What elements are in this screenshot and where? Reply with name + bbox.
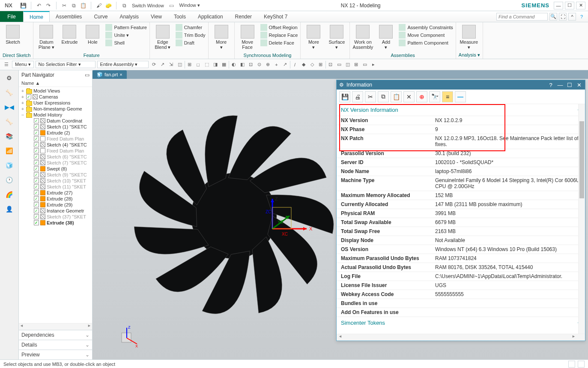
menu-tab-keyshot-7[interactable]: KeyShot 7 xyxy=(258,11,293,22)
checkbox-icon[interactable]: ✓ xyxy=(34,208,39,213)
ribbon-trim-body[interactable]: Trim Body xyxy=(176,32,206,39)
filter-icon-20[interactable]: ⊡ xyxy=(327,61,334,69)
filter-icon-7[interactable]: ◨ xyxy=(212,61,219,69)
info-maximize-icon[interactable]: ☐ xyxy=(566,82,573,88)
info-wrap-icon[interactable]: ≡ xyxy=(442,91,453,102)
history-icon[interactable]: 🕐 xyxy=(4,175,15,185)
part-nav-icon[interactable]: 🦴 xyxy=(4,87,15,98)
checkbox-icon[interactable]: ✓ xyxy=(34,184,39,189)
accordion-preview[interactable]: Preview⌄ xyxy=(19,350,92,359)
checkbox-icon[interactable]: ✓ xyxy=(34,214,39,219)
filter-icon-13[interactable]: ⊕ xyxy=(264,61,272,69)
window-menu-icon[interactable]: ▭ xyxy=(168,2,175,9)
ribbon-shell[interactable]: Shell xyxy=(105,39,146,46)
window-menu-label[interactable]: Window ▾ xyxy=(178,3,202,8)
info-save-icon[interactable]: 💾 xyxy=(339,91,350,102)
menu-tab-tools[interactable]: Tools xyxy=(168,11,192,22)
checkbox-icon[interactable]: ✓ xyxy=(34,154,39,159)
ribbon-sketch[interactable]: Sketch xyxy=(3,23,23,45)
filter-icon-24[interactable]: ▭ xyxy=(361,61,369,69)
ribbon-assembly-constraints[interactable]: Assembly Constraints xyxy=(399,24,453,31)
tree-node[interactable]: ✓Sketch (4) "SKETC xyxy=(19,142,92,148)
filter-icon-16[interactable]: / xyxy=(291,61,299,69)
hd3d-icon[interactable]: 🧊 xyxy=(4,160,15,171)
filter-icon-10[interactable]: ◧ xyxy=(239,61,246,69)
erase-icon[interactable]: 🧽 xyxy=(105,2,112,9)
undo-icon[interactable]: ↶ xyxy=(36,2,42,9)
fullscreen-icon[interactable]: ⛶ xyxy=(559,13,567,21)
tree-node[interactable]: ✓Sketch (37) "SKET xyxy=(19,214,92,220)
selection-filter[interactable]: No Selection Filter ▾ xyxy=(36,61,96,68)
ribbon-pattern-feature[interactable]: Pattern Feature xyxy=(105,24,146,31)
tree-node[interactable]: ✓Sketch (11) "SKET xyxy=(19,184,92,190)
document-tab[interactable]: 🧊 fan.prt × xyxy=(93,70,127,79)
ribbon-move-component[interactable]: Move Component xyxy=(399,32,453,39)
filter-icon-12[interactable]: ⊙ xyxy=(256,61,263,69)
checkbox-icon[interactable]: ✓ xyxy=(34,142,39,147)
info-print-icon[interactable]: 🖨 xyxy=(352,91,363,102)
filter-icon-5[interactable]: □ xyxy=(194,61,202,69)
info-collapse-icon[interactable]: — xyxy=(455,91,466,102)
ribbon-more[interactable]: More▾ xyxy=(303,23,324,50)
minimize-button[interactable]: — xyxy=(554,2,563,9)
checkbox-icon[interactable]: ✓ xyxy=(34,166,39,171)
ribbon-chamfer[interactable]: Chamfer xyxy=(176,24,206,31)
wifi-icon[interactable]: 📶 xyxy=(4,146,15,156)
tree-node[interactable]: +Non-timestamp Geome xyxy=(19,106,92,112)
tree-node[interactable]: ✓Extrude (38) xyxy=(19,220,92,226)
ribbon-draft[interactable]: Draft xyxy=(176,39,206,46)
file-menu[interactable]: File xyxy=(0,11,23,22)
tree-node[interactable]: −Model History xyxy=(19,112,92,118)
info-close-icon[interactable]: ✕ xyxy=(576,82,582,88)
filter-icon-0[interactable]: ⟳ xyxy=(150,61,158,69)
ribbon-extrude[interactable]: Extrude xyxy=(59,23,80,45)
checkbox-icon[interactable]: ✓ xyxy=(34,172,39,177)
filter-icon-25[interactable]: ▸ xyxy=(370,61,377,69)
menu-tab-view[interactable]: View xyxy=(145,11,168,22)
tree-node[interactable]: ✓Sketch (6) "SKETC xyxy=(19,154,92,160)
expand-ribbon-icon[interactable]: ^ xyxy=(568,13,576,21)
tree-node[interactable]: ✓Instance Geometr xyxy=(19,208,92,214)
menu-tab-home[interactable]: Home xyxy=(23,11,50,22)
tree-node[interactable]: +User Expressions xyxy=(19,100,92,106)
assembly-nav-icon[interactable]: 🦴 xyxy=(4,117,15,127)
accordion-dependencies[interactable]: Dependencies⌄ xyxy=(19,330,92,340)
menu-tab-assemblies[interactable]: Assemblies xyxy=(50,11,88,22)
tab-close-icon[interactable]: × xyxy=(119,72,122,77)
close-button[interactable]: ✕ xyxy=(576,2,585,9)
menu-icon[interactable]: ☰ xyxy=(3,61,10,69)
checkbox-icon[interactable]: ✓ xyxy=(34,130,39,135)
paint-icon[interactable]: 🖌 xyxy=(96,2,102,9)
filter-icon-23[interactable]: ⊞ xyxy=(352,61,360,69)
switch-window-icon[interactable]: ⧉ xyxy=(121,2,128,9)
filter-icon-22[interactable]: ◫ xyxy=(344,61,352,69)
tree-node[interactable]: +Model Views xyxy=(19,88,92,94)
filter-icon-11[interactable]: ⊡ xyxy=(247,61,255,69)
tree-node[interactable]: ✓Extrude (29) xyxy=(19,202,92,208)
filter-icon-3[interactable]: ◫ xyxy=(176,61,184,69)
info-delete-icon[interactable]: ✕ xyxy=(403,91,415,102)
tree-node[interactable]: ✓Sketch (9) "SKETC xyxy=(19,172,92,178)
info-target-icon[interactable]: ⊕ xyxy=(416,91,427,102)
switch-window-label[interactable]: Switch Window xyxy=(130,3,166,8)
checkbox-icon[interactable]: ✓ xyxy=(34,196,39,201)
ribbon-offset-region[interactable]: Offset Region xyxy=(260,24,298,31)
constraint-nav-icon[interactable]: ▶◀ xyxy=(4,102,15,112)
ribbon-measure[interactable]: Measure▾ xyxy=(459,23,479,50)
menu-tab-application[interactable]: Application xyxy=(192,11,229,22)
ribbon-move[interactable]: MoveFace xyxy=(237,23,258,50)
info-paste-icon[interactable]: 📋 xyxy=(391,91,402,102)
filter-icon-1[interactable]: ↗ xyxy=(159,61,167,69)
roles-icon[interactable]: 👤 xyxy=(4,204,15,214)
tree-node[interactable]: ✓Fixed Datum Plan xyxy=(19,148,92,154)
nav-column-header[interactable]: Name ▲ xyxy=(19,80,92,87)
filter-icon-21[interactable]: ▭ xyxy=(335,61,343,69)
info-minimize-icon[interactable]: — xyxy=(557,82,564,88)
info-hscroll[interactable] xyxy=(337,334,585,341)
menu-tab-render[interactable]: Render xyxy=(229,11,258,22)
ribbon-unite-[interactable]: Unite ▾ xyxy=(105,32,146,39)
filter-icon-8[interactable]: ▦ xyxy=(220,61,228,69)
color-icon[interactable]: 🌈 xyxy=(4,189,15,200)
info-next-section[interactable]: Simcenter Tokens xyxy=(341,320,385,326)
checkbox-icon[interactable]: ✓ xyxy=(34,220,39,225)
